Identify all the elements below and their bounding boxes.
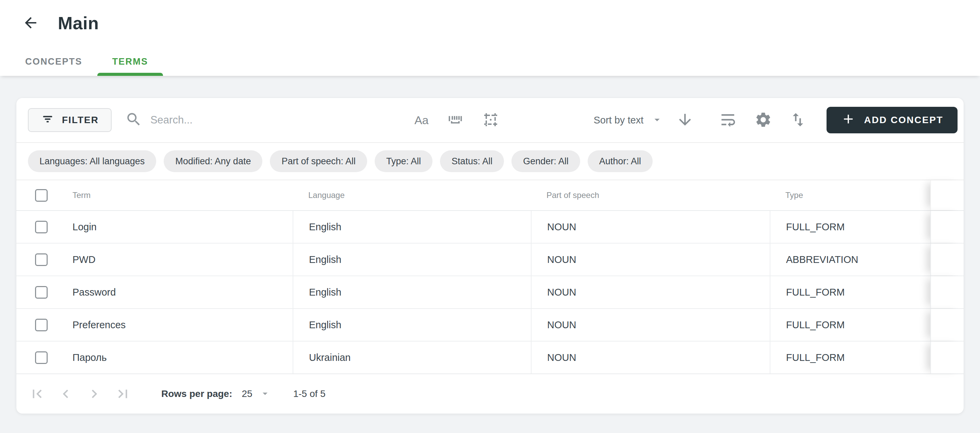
row-checkbox[interactable] [35, 319, 48, 331]
sort-direction-button[interactable] [676, 111, 694, 130]
tab-concepts[interactable]: CONCEPTS [10, 47, 97, 76]
filter-icon [41, 112, 54, 128]
page-header: Main CONCEPTS TERMS [0, 0, 980, 76]
add-concept-button[interactable]: ADD CONCEPT [827, 107, 958, 133]
wrap-text-icon [718, 110, 737, 130]
filter-chip[interactable]: Part of speech: All [270, 150, 367, 172]
table-row[interactable]: Preferences English NOUN FULL_FORM [16, 309, 964, 341]
active-tab-indicator [97, 73, 163, 76]
sort-control: Sort by text [593, 111, 694, 130]
term-value: Preferences [73, 319, 126, 331]
filter-chip[interactable]: Gender: All [511, 150, 580, 172]
term-value: PWD [73, 254, 95, 265]
search-icon [125, 111, 142, 129]
header-top: Main [0, 0, 980, 33]
page-title: Main [58, 13, 99, 33]
filter-chip-label: Status: All [452, 156, 492, 167]
first-page-icon [29, 385, 46, 403]
next-page-button[interactable] [86, 385, 103, 402]
arrow-back-icon [22, 14, 39, 32]
whole-word-icon [447, 111, 464, 130]
caret-down-icon [259, 388, 271, 400]
rows-per-page-dropdown[interactable] [259, 388, 271, 400]
back-button[interactable] [21, 14, 40, 33]
settings-button[interactable] [754, 111, 772, 130]
arrow-down-icon [676, 111, 694, 130]
table-row[interactable]: Пароль Ukrainian NOUN FULL_FORM [16, 341, 964, 374]
term-cell: PWD [16, 244, 293, 276]
rows-per-page-label: Rows per page: [161, 389, 232, 399]
sort-dropdown-button[interactable] [651, 114, 663, 127]
term-cell: Preferences [16, 309, 293, 341]
filter-chip[interactable]: Languages: All languages [28, 150, 156, 172]
row-checkbox[interactable] [35, 286, 48, 299]
search-box [125, 111, 414, 129]
row-checkbox[interactable] [35, 254, 48, 266]
exact-match-button[interactable] [482, 111, 500, 130]
part-of-speech-value: NOUN [531, 211, 770, 243]
selection-frame-icon [482, 111, 500, 130]
part-of-speech-value: NOUN [531, 276, 770, 308]
part-of-speech-value: NOUN [531, 244, 770, 276]
row-checkbox[interactable] [35, 351, 48, 364]
pinned-cell [930, 309, 964, 341]
add-concept-label: ADD CONCEPT [864, 115, 943, 125]
pinned-cell [930, 211, 964, 243]
plus-icon [841, 111, 856, 129]
type-value: ABBREVIATION [770, 244, 930, 276]
search-input[interactable] [150, 114, 414, 126]
swap-order-button[interactable] [789, 111, 807, 130]
terms-card: FILTER Aa [16, 98, 964, 414]
part-of-speech-value: NOUN [531, 341, 770, 373]
pinned-column-header [930, 180, 964, 210]
last-page-button[interactable] [115, 385, 131, 402]
language-value: English [293, 211, 531, 243]
chevron-right-icon [86, 385, 103, 403]
column-header-language: Language [293, 180, 531, 210]
wrap-text-button[interactable] [718, 110, 737, 130]
column-header-type: Type [770, 180, 930, 210]
language-value: English [293, 276, 531, 308]
pagination-bar: Rows per page: 25 1-5 of 5 [16, 374, 964, 414]
term-value: Login [73, 221, 97, 233]
type-value: FULL_FORM [770, 341, 930, 373]
whole-word-button[interactable] [447, 111, 464, 130]
sort-label: Sort by text [593, 115, 643, 126]
match-case-button[interactable]: Aa [414, 114, 429, 127]
filter-chip-label: Type: All [386, 156, 421, 167]
tab-bar: CONCEPTS TERMS [10, 47, 163, 76]
pinned-cell [930, 341, 964, 373]
first-page-button[interactable] [29, 385, 46, 402]
table-row[interactable]: Password English NOUN FULL_FORM [16, 276, 964, 309]
filter-chip[interactable]: Type: All [375, 150, 433, 172]
table-row[interactable]: PWD English NOUN ABBREVIATION [16, 244, 964, 276]
tab-terms[interactable]: TERMS [97, 47, 163, 76]
filter-chips: Languages: All languages Modified: Any d… [16, 143, 964, 180]
filter-chip[interactable]: Author: All [588, 150, 653, 172]
pinned-cell [930, 276, 964, 308]
filter-button[interactable]: FILTER [28, 108, 111, 132]
gear-icon [754, 111, 772, 130]
filter-chip[interactable]: Modified: Any date [164, 150, 262, 172]
tab-terms-label: TERMS [112, 57, 148, 67]
filter-chip[interactable]: Status: All [440, 150, 504, 172]
table-row[interactable]: Login English NOUN FULL_FORM [16, 211, 964, 244]
toolbar: FILTER Aa [16, 98, 964, 143]
type-value: FULL_FORM [770, 309, 930, 341]
header-cell-term: Term [16, 180, 293, 210]
filter-chip-label: Part of speech: All [282, 156, 356, 167]
row-checkbox[interactable] [35, 221, 48, 233]
term-cell: Login [16, 211, 293, 243]
filter-chip-label: Author: All [599, 156, 641, 167]
table-header: Term Language Part of speech Type [16, 180, 964, 211]
select-all-checkbox[interactable] [35, 189, 48, 202]
term-cell: Password [16, 276, 293, 308]
pagination-range: 1-5 of 5 [293, 389, 326, 399]
filter-chip-label: Gender: All [523, 156, 569, 167]
chevron-left-icon [57, 385, 74, 403]
previous-page-button[interactable] [57, 385, 74, 402]
swap-vertical-icon [789, 111, 807, 130]
caret-down-icon [651, 114, 663, 127]
search-options: Aa [414, 111, 500, 130]
type-value: FULL_FORM [770, 276, 930, 308]
